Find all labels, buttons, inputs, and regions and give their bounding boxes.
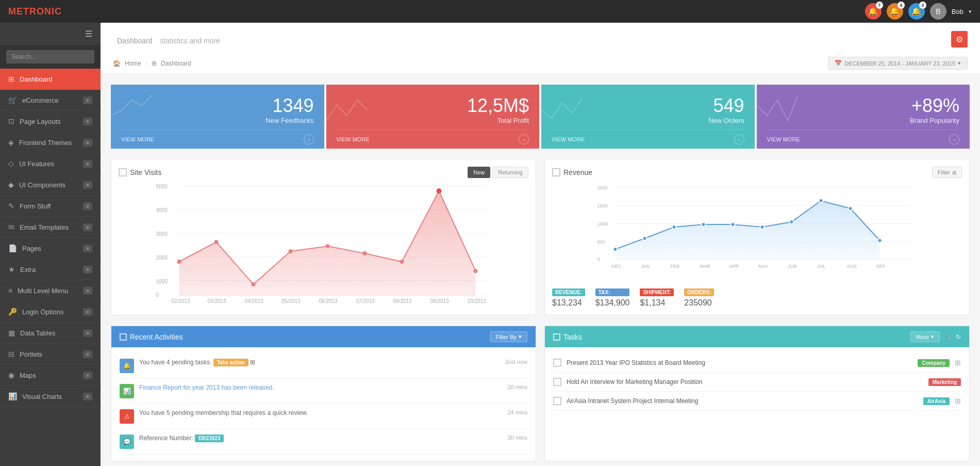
filter-button[interactable]: Filter ⊞ xyxy=(932,167,962,178)
notif-btn-1[interactable]: 🔔 7 xyxy=(865,3,882,20)
sidebar-item-label: Email Templates xyxy=(20,223,69,231)
task-action-3[interactable]: ⊞ xyxy=(955,397,961,405)
refresh-icon[interactable]: ↻ xyxy=(956,333,961,341)
sidebar-item-dashboard[interactable]: ⊞ Dashboard xyxy=(0,69,101,90)
site-visits-title: Site Visits xyxy=(119,168,161,176)
sidebar-item-visual-charts[interactable]: 📊 Visual Charts ≡ xyxy=(0,386,101,407)
task-label-2: Hold An Interview for Marketing Manager … xyxy=(567,378,923,385)
revenue-header: Revenue Filter ⊞ xyxy=(552,167,962,178)
gear-button[interactable]: ⚙ xyxy=(951,31,968,47)
stat-card-footer-feedbacks: VIEW MORE → xyxy=(121,130,314,149)
sidebar-item-email-templates[interactable]: ✉ Email Templates ≡ xyxy=(0,217,101,238)
svg-point-47 xyxy=(760,225,765,229)
hamburger-icon: ☰ xyxy=(85,29,92,39)
form-stuff-badge: ≡ xyxy=(83,202,92,210)
breadcrumb-home[interactable]: Home xyxy=(125,60,141,67)
svg-text:2000: 2000 xyxy=(597,185,608,190)
task-checkbox-3[interactable] xyxy=(553,397,561,405)
revenue-value: $13,234 xyxy=(552,298,585,308)
stat-card-footer-popularity: VIEW MORE → xyxy=(767,130,960,149)
sidebar-item-form-stuff[interactable]: ✎ Form Stuff ≡ xyxy=(0,196,101,217)
orders-label: ORDERS: xyxy=(684,288,714,296)
svg-text:06/2013: 06/2013 xyxy=(319,298,338,304)
sidebar-item-multi-level-menu[interactable]: ≡ Multi Level Menu ≡ xyxy=(0,280,101,301)
sidebar-item-label: UI Features xyxy=(19,160,54,168)
sidebar-item-data-tables[interactable]: ▦ Data Tables ≡ xyxy=(0,323,101,344)
page-title: Dashboard statistics and more xyxy=(113,32,220,46)
breadcrumb: 🏠 Home › ⊞ Dashboard 📅 DECEMBER 25, 2014… xyxy=(113,53,968,74)
hamburger-button[interactable]: ☰ xyxy=(0,23,101,45)
sidebar-item-portlets[interactable]: ⊟ Portlets ≡ xyxy=(0,344,101,365)
logo: METRONIC xyxy=(8,6,62,17)
svg-text:0: 0 xyxy=(597,256,600,262)
sidebar-item-ui-components[interactable]: ◆ UI Components ≡ xyxy=(0,174,101,196)
svg-text:1000: 1000 xyxy=(597,221,608,227)
sidebar-item-page-layouts[interactable]: ⊡ Page Layouts ≡ xyxy=(0,111,101,132)
charts-row: Site Visits New Returning 5000 4000 3000… xyxy=(111,159,970,315)
btn-new[interactable]: New xyxy=(468,167,490,178)
tasks-title: Tasks xyxy=(553,333,582,341)
svg-text:4000: 4000 xyxy=(156,207,168,213)
filter-by-button[interactable]: Filter By ▾ xyxy=(490,331,527,342)
page-layouts-icon: ⊡ xyxy=(8,117,14,125)
notif-btn-3[interactable]: 🔔 3 xyxy=(908,3,925,20)
sidebar-item-maps[interactable]: ◉ Maps ≡ xyxy=(0,365,101,386)
svg-text:09/2013: 09/2013 xyxy=(430,298,450,304)
finance-report-link[interactable]: Finance Report for year 2013 has been re… xyxy=(139,384,274,391)
svg-point-21 xyxy=(474,269,478,273)
svg-text:JAN: JAN xyxy=(641,264,650,269)
svg-text:2000: 2000 xyxy=(156,255,168,261)
search-input[interactable] xyxy=(6,50,94,63)
email-templates-icon: ✉ xyxy=(8,223,14,231)
activity-item-3: ⚠ You have 5 pending membership that req… xyxy=(120,404,527,429)
stat-cards-grid: 1349 New Feedbacks VIEW MORE → 12,5M$ To… xyxy=(111,85,970,149)
sidebar-item-login-options[interactable]: 🔑 Login Options ≡ xyxy=(0,301,101,323)
sidebar-item-extra[interactable]: ★ Extra ≡ xyxy=(0,259,101,280)
sidebar-item-frontend-themes[interactable]: ◈ Frontend Themes ≡ xyxy=(0,132,101,153)
svg-text:04/2013: 04/2013 xyxy=(245,298,264,304)
task-checkbox-1[interactable] xyxy=(553,359,561,367)
svg-point-51 xyxy=(878,238,882,243)
user-name[interactable]: Bob xyxy=(952,8,964,15)
svg-text:05/2013: 05/2013 xyxy=(282,298,301,304)
task-item-2: Hold An Interview for Marketing Manager … xyxy=(553,373,961,392)
sidebar: ☰ ⊞ Dashboard 🛒 eCommerce ≡ ⊡ Page Layou… xyxy=(0,23,101,466)
sidebar-item-pages[interactable]: 📄 Pages ≡ xyxy=(0,238,101,259)
svg-text:10/2013: 10/2013 xyxy=(468,298,487,304)
take-action-tag[interactable]: Take action xyxy=(213,359,248,366)
sidebar-item-label: Pages xyxy=(22,245,41,252)
sidebar-item-ui-features[interactable]: ◇ UI Features ≡ xyxy=(0,153,101,174)
svg-text:1000: 1000 xyxy=(156,279,168,284)
svg-marker-41 xyxy=(616,201,880,260)
login-options-icon: 🔑 xyxy=(8,308,17,316)
site-visits-header: Site Visits New Returning xyxy=(119,167,528,178)
date-range[interactable]: 📅 DECEMBER 25, 2014 - JANUARY 23, 2015 ▾ xyxy=(828,57,968,70)
visual-charts-icon: 📊 xyxy=(8,392,17,400)
more-button[interactable]: More ▾ xyxy=(910,331,940,342)
user-dropdown-icon[interactable]: ▾ xyxy=(969,8,972,15)
sidebar-item-ecommerce[interactable]: 🛒 eCommerce ≡ xyxy=(0,90,101,111)
svg-text:08/2013: 08/2013 xyxy=(393,298,412,304)
task-action-1[interactable]: ⊞ xyxy=(955,359,961,367)
revenue-stat-orders: ORDERS: 235090 xyxy=(684,288,714,308)
page-layouts-badge: ≡ xyxy=(83,118,92,125)
task-checkbox-2[interactable] xyxy=(553,378,561,386)
pages-icon: 📄 xyxy=(8,244,17,252)
wrench-icon[interactable]: 🔧 xyxy=(944,333,952,341)
date-range-text: DECEMBER 25, 2014 - JANUARY 23, 2015 xyxy=(844,60,955,67)
ui-features-icon: ◇ xyxy=(8,159,14,168)
breadcrumb-separator: › xyxy=(145,60,147,67)
breadcrumb-home-icon: 🏠 xyxy=(113,60,121,67)
activity-item-2: 📊 Finance Report for year 2013 has been … xyxy=(120,379,527,404)
notif-badge-1: 7 xyxy=(876,2,883,9)
tasks-actions: More ▾ 🔧 ↻ xyxy=(910,331,961,342)
notif-btn-2[interactable]: 🔔 4 xyxy=(887,3,903,20)
btn-returning[interactable]: Returning xyxy=(492,167,528,178)
task-item-3: AirAsia Intranet System Project Internal… xyxy=(553,392,961,411)
tasks-header: Tasks More ▾ 🔧 ↻ xyxy=(545,326,969,347)
pages-badge: ≡ xyxy=(83,245,92,252)
main-content: Dashboard statistics and more ⚙ 🏠 Home ›… xyxy=(101,23,980,466)
maps-icon: ◉ xyxy=(8,371,14,379)
tasks-panel: Tasks More ▾ 🔧 ↻ Pr xyxy=(544,326,970,461)
activity-time-2: 20 mins xyxy=(507,384,527,390)
